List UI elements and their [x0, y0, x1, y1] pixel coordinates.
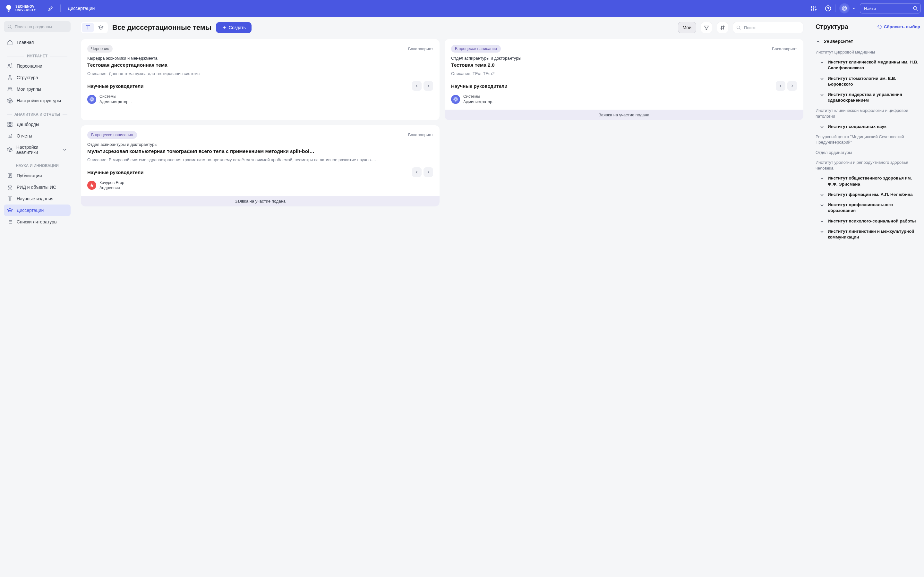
user-menu[interactable] — [839, 3, 856, 13]
prev-supervisor-button[interactable] — [412, 167, 422, 177]
sidebar-item-label: Персоналии — [17, 63, 42, 69]
level-label: Бакалавриат — [408, 47, 433, 51]
supervisor-avatar — [87, 95, 96, 104]
sidebar: Главная ИНТРАНЕТ Персоналии Структура Мо… — [0, 17, 74, 577]
book-open-icon — [85, 25, 91, 31]
svg-point-17 — [9, 149, 10, 150]
tree-item-pharmacy[interactable]: Институт фармации им. А.П. Нелюбина — [816, 189, 920, 200]
tree-item-leadership[interactable]: Институт лидерства и управления здравоох… — [816, 89, 920, 105]
page-title: Все диссертационные темы — [112, 23, 212, 32]
tree-root[interactable]: Университет — [816, 36, 920, 47]
next-supervisor-button[interactable] — [423, 167, 433, 177]
sidebar-item-bibliography[interactable]: Списки литературы — [4, 216, 71, 227]
dissertation-card[interactable]: Черновик Бакалавриат Кафедра экономики и… — [81, 39, 439, 120]
chevron-right-icon — [426, 170, 431, 174]
card-description: Описание: В мировой системе здравоохране… — [87, 157, 433, 163]
sidebar-item-personalii[interactable]: Персоналии — [4, 60, 71, 72]
supervisor-row[interactable]: СистемыАдминистратор... — [87, 94, 433, 105]
content-search[interactable] — [733, 22, 803, 33]
sidebar-item-dashboards[interactable]: Дашборды — [4, 119, 71, 130]
tree-leaf-morphology[interactable]: Институт клинической морфологии и цифров… — [816, 105, 920, 121]
chevron-down-icon — [62, 147, 67, 153]
sidebar-search-input[interactable] — [4, 21, 71, 32]
sort-button[interactable] — [717, 22, 728, 33]
card-footer: Заявка на участие подана — [445, 110, 803, 120]
sidebar-item-analytics-settings[interactable]: Настройки аналитики — [4, 142, 71, 158]
graduation-icon — [7, 207, 13, 213]
chevron-down-icon — [819, 229, 825, 234]
view-list-button[interactable] — [95, 23, 107, 32]
supervisors-heading: Научные руководители — [87, 83, 144, 89]
next-supervisor-button[interactable] — [787, 81, 797, 91]
tree-item-borovsky[interactable]: Институт стоматологии им. Е.В. Боровског… — [816, 73, 920, 89]
tree-item-erisman[interactable]: Институт общественного здоровья им. Ф.Ф.… — [816, 173, 920, 189]
tree-item-social[interactable]: Институт социальных наук — [816, 121, 920, 132]
sidebar-item-label: Структура — [17, 75, 38, 80]
svg-point-5 — [8, 25, 11, 28]
prev-supervisor-button[interactable] — [412, 81, 422, 91]
svg-point-18 — [9, 185, 11, 188]
sidebar-item-rid[interactable]: РИД и объекты ИС — [4, 181, 71, 193]
next-supervisor-button[interactable] — [423, 81, 433, 91]
divider — [835, 5, 835, 12]
sidebar-item-publications[interactable]: Публикации — [4, 170, 71, 181]
global-search-input[interactable] — [860, 3, 921, 13]
chevron-down-icon — [819, 176, 825, 181]
chevron-down-icon — [819, 124, 825, 129]
svg-point-8 — [8, 79, 9, 80]
department-label: Кафедра экономики и менеджмента — [87, 56, 433, 61]
tree-leaf-urology[interactable]: Институт урологии и репродуктивного здор… — [816, 157, 920, 173]
sidebar-item-structure-settings[interactable]: Настройки структуры — [4, 95, 71, 106]
filter-mine[interactable]: Мои — [678, 22, 696, 33]
supervisor-name: Кочуров ЕгорАндреевич — [99, 180, 124, 191]
svg-point-20 — [91, 99, 92, 100]
content-search-input[interactable] — [733, 22, 803, 33]
supervisor-row[interactable]: Кочуров ЕгорАндреевич — [87, 180, 433, 191]
view-toggle — [81, 22, 108, 33]
sidebar-item-journals[interactable]: Научные издания — [4, 193, 71, 205]
sidebar-item-reports[interactable]: Отчеты — [4, 130, 71, 142]
logo-top: SECHENOV — [15, 5, 36, 8]
level-label: Бакалавриат — [772, 47, 797, 51]
dissertation-card[interactable]: В процессе написания Бакалавриат Отдел а… — [445, 39, 803, 120]
tree-icon — [7, 75, 13, 81]
tree-item-sklifosovsky[interactable]: Институт клинической медицины им. Н.В. С… — [816, 57, 920, 73]
filter-icon — [704, 25, 709, 31]
filter-button[interactable] — [701, 22, 712, 33]
sidebar-search[interactable] — [4, 21, 71, 32]
reports-icon — [7, 133, 13, 139]
global-search[interactable] — [860, 3, 921, 13]
view-cards-button[interactable] — [82, 23, 94, 32]
card-title: Тестовая диссертационная тема — [87, 62, 433, 68]
create-button[interactable]: Создать — [216, 22, 252, 33]
supervisor-row[interactable]: СистемыАдминистратор... — [451, 94, 797, 105]
help-icon[interactable] — [825, 5, 831, 11]
main-content: Все диссертационные темы Создать Мои Чер… — [74, 17, 810, 577]
settings-sliders-icon[interactable] — [811, 5, 817, 11]
logo[interactable]: SECHENOV UNIVERSITY — [0, 4, 40, 13]
sidebar-item-label: Мои группы — [17, 87, 41, 92]
sort-icon — [720, 25, 725, 31]
reset-selection-button[interactable]: Сбросить выбор — [877, 24, 920, 29]
tree-leaf-resource-center[interactable]: Ресурсный центр "Медицинский Сеченовский… — [816, 132, 920, 147]
tree-item-psycho[interactable]: Институт психолого-социальной работы — [816, 216, 920, 226]
sidebar-item-structure[interactable]: Структура — [4, 72, 71, 83]
gear-icon — [7, 147, 13, 153]
svg-point-0 — [825, 6, 831, 11]
tree-leaf-ordinatura[interactable]: Отдел ординатуры — [816, 147, 920, 158]
tree-item-professional[interactable]: Институт профессионального образования — [816, 200, 920, 216]
gear-icon — [7, 98, 13, 103]
pin-toggle[interactable] — [45, 5, 56, 11]
chevron-down-icon — [819, 92, 825, 97]
dissertation-card[interactable]: В процессе написания Бакалавриат Отдел а… — [81, 125, 439, 206]
svg-point-21 — [90, 98, 93, 101]
sidebar-item-groups[interactable]: Мои группы — [4, 83, 71, 95]
tree-item-linguistics[interactable]: Институт лингвистики и межкультурной ком… — [816, 226, 920, 242]
sidebar-item-dissertations[interactable]: Диссертации — [4, 205, 71, 216]
sidebar-item-label: Дашборды — [17, 122, 39, 127]
prev-supervisor-button[interactable] — [776, 81, 785, 91]
sidebar-item-home[interactable]: Главная — [4, 37, 71, 48]
svg-point-24 — [454, 98, 457, 101]
publications-icon — [7, 173, 13, 179]
tree-leaf-digital-med[interactable]: Институт цифровой медицины — [816, 47, 920, 57]
